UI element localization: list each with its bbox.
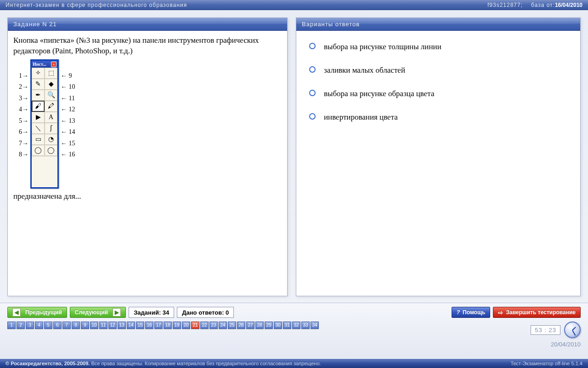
- row-label: ← 16: [61, 149, 75, 161]
- qnav-button[interactable]: 27: [246, 322, 254, 329]
- qnav-button[interactable]: 26: [237, 322, 245, 329]
- qnav-button[interactable]: 14: [127, 322, 135, 329]
- finish-button[interactable]: ⇨ Завершить тестирование: [493, 307, 581, 318]
- qnav-button[interactable]: 24: [219, 322, 227, 329]
- answers-header: Варианты ответов: [296, 18, 580, 31]
- qnav-button[interactable]: 15: [136, 322, 144, 329]
- qnav-button[interactable]: 30: [274, 322, 282, 329]
- tool-cell: ＼: [32, 123, 45, 134]
- answer-option[interactable]: заливки малых областей: [296, 59, 580, 82]
- qnav-button[interactable]: 3: [26, 322, 34, 329]
- toolbox-figure: 1→2→3→4→5→6→7→8→ Инст... × ✧⬚✎◆✒🔍🖌🖍▶A＼ʃ▭…: [19, 59, 282, 189]
- qnav-button[interactable]: 20: [182, 322, 190, 329]
- answer-text: инвертирования цвета: [324, 112, 398, 123]
- session-id: f93s212877;: [487, 2, 523, 8]
- answer-text: заливки малых областей: [324, 65, 405, 76]
- help-icon: ?: [457, 309, 460, 316]
- tool-cell: ✧: [32, 68, 45, 79]
- tool-cell: 🔍: [45, 90, 57, 101]
- qnav-button[interactable]: 17: [154, 322, 163, 329]
- radio-icon: [309, 43, 316, 49]
- answer-option[interactable]: выбора на рисунке толщины линии: [296, 35, 580, 59]
- row-label: 8→: [19, 149, 28, 161]
- answer-text: выбора на рисунке толщины линии: [324, 42, 441, 52]
- qnav-button[interactable]: 10: [90, 322, 98, 329]
- qnav-button[interactable]: 4: [35, 322, 43, 329]
- tasks-count: Заданий: 34: [129, 307, 174, 318]
- qnav-button[interactable]: 19: [173, 322, 181, 329]
- qnav-button[interactable]: 6: [53, 322, 62, 329]
- row-label: ← 13: [61, 115, 75, 127]
- qnav-button[interactable]: 33: [301, 322, 310, 329]
- radio-icon: [309, 90, 316, 96]
- qnav-button[interactable]: 25: [228, 322, 236, 329]
- qnav-button[interactable]: 12: [108, 322, 117, 329]
- qnav-button[interactable]: 28: [255, 322, 264, 329]
- qnav-button[interactable]: 16: [145, 322, 153, 329]
- answer-option[interactable]: инвертирования цвета: [296, 106, 580, 129]
- qnav-button[interactable]: 7: [62, 322, 71, 329]
- qnav-button[interactable]: 18: [164, 322, 172, 329]
- qnav-button[interactable]: 22: [200, 322, 209, 329]
- question-panel: Задание N 21 Кнопка «пипетка» (№3 на рис…: [7, 17, 288, 296]
- answer-text: выбора на рисунке образца цвета: [324, 89, 435, 99]
- qnav-button[interactable]: 31: [283, 322, 291, 329]
- tool-cell: ▭: [32, 134, 45, 145]
- qnav-button[interactable]: 13: [118, 322, 126, 329]
- tool-cell: ʃ: [45, 123, 57, 134]
- row-label: 5→: [19, 115, 28, 127]
- radio-icon: [309, 113, 316, 120]
- exit-icon: ⇨: [498, 309, 503, 316]
- tool-cell: ▶: [32, 112, 45, 123]
- row-label: 7→: [19, 138, 28, 150]
- prev-button[interactable]: ◀ Предыдущий: [7, 307, 67, 318]
- row-label: ← 11: [61, 93, 75, 104]
- tool-cell: ⬚: [45, 68, 57, 79]
- qnav-button[interactable]: 32: [292, 322, 300, 329]
- question-text-after: предназначена для...: [13, 191, 282, 202]
- row-label: ← 9: [61, 70, 75, 82]
- tool-cell: ◆: [45, 79, 57, 90]
- qnav-button[interactable]: 2: [17, 322, 25, 329]
- tool-cell: 🖍: [45, 101, 57, 112]
- row-label: 1→: [19, 70, 28, 82]
- top-bar: Интернет-экзамен в сфере профессионально…: [0, 0, 588, 10]
- qnav-button[interactable]: 29: [265, 322, 273, 329]
- next-button[interactable]: Следующий ▶: [70, 307, 126, 318]
- qnav-button[interactable]: 5: [44, 322, 52, 329]
- row-label: ← 14: [61, 126, 75, 138]
- close-icon: ×: [51, 62, 57, 67]
- row-label: 4→: [19, 104, 28, 115]
- tool-cell: ◯: [32, 145, 45, 156]
- question-text-before: Кнопка «пипетка» (№3 на рисунке) на пане…: [13, 35, 282, 57]
- help-button[interactable]: ? Помощь: [452, 307, 491, 318]
- answer-option[interactable]: выбора на рисунке образца цвета: [296, 82, 580, 106]
- qnav-button[interactable]: 1: [7, 322, 16, 329]
- toolbox-titlebar: Инст... ×: [32, 61, 57, 68]
- arrow-right-icon: ▶: [113, 308, 121, 316]
- qnav-button[interactable]: 8: [72, 322, 80, 329]
- app-title: Интернет-экзамен в сфере профессионально…: [6, 2, 187, 8]
- toolbox-window: Инст... × ✧⬚✎◆✒🔍🖌🖍▶A＼ʃ▭◔◯◯: [30, 59, 59, 189]
- version-label: Тест-Экзаменатор off-line 5.1.4: [510, 361, 582, 366]
- tool-cell: ✎: [32, 79, 45, 90]
- question-nav: 1234567891011121314151617181920212223242…: [0, 321, 588, 329]
- qnav-button[interactable]: 34: [311, 322, 319, 329]
- row-label: ← 12: [61, 104, 75, 115]
- arrow-left-icon: ◀: [12, 308, 21, 316]
- tool-cell: ◯: [45, 145, 57, 156]
- tool-cell: ✒: [32, 90, 45, 101]
- qnav-button[interactable]: 23: [209, 322, 218, 329]
- footer: © Росаккредагентство, 2005-2009. Все пра…: [0, 359, 588, 368]
- db-info: база от:16/04/2010: [531, 2, 582, 8]
- tool-cell: ◔: [45, 134, 57, 145]
- answered-count: Дано ответов: 0: [177, 307, 234, 318]
- row-label: 3→: [19, 93, 28, 104]
- radio-icon: [309, 66, 316, 73]
- answers-panel: Варианты ответов выбора на рисунке толщи…: [296, 17, 581, 296]
- qnav-button[interactable]: 9: [81, 322, 89, 329]
- clock-icon: [564, 322, 581, 338]
- qnav-button[interactable]: 21: [191, 322, 199, 329]
- toolbox-swatch: [32, 156, 57, 187]
- qnav-button[interactable]: 11: [99, 322, 107, 329]
